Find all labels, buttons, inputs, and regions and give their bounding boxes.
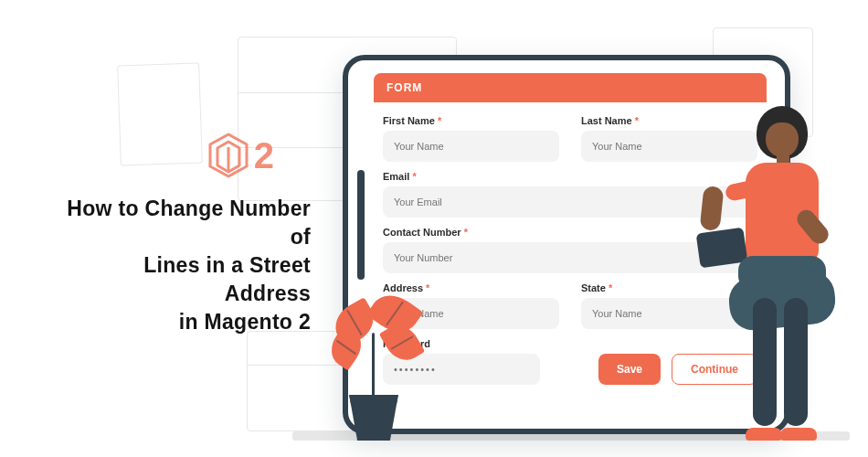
form-header: FORM xyxy=(374,73,767,102)
title-line-2: Lines in a Street Address xyxy=(143,253,311,305)
first-name-label: First Name * xyxy=(383,115,559,126)
required-mark: * xyxy=(438,115,441,126)
required-mark: * xyxy=(412,171,416,182)
pot-icon xyxy=(344,395,403,441)
required-mark: * xyxy=(464,227,468,238)
magento-version-number: 2 xyxy=(254,135,274,176)
person-illustration xyxy=(704,102,850,441)
headline-block: 2 How to Change Number of Lines in a Str… xyxy=(55,133,311,336)
save-button[interactable]: Save xyxy=(598,354,661,385)
required-mark: * xyxy=(609,282,612,293)
first-name-input[interactable] xyxy=(383,131,559,162)
magento2-logo: 2 xyxy=(208,133,274,178)
tablet-home-bar xyxy=(357,170,365,280)
title-line-1: How to Change Number of xyxy=(67,197,311,249)
magento-icon xyxy=(208,133,249,178)
page-title: How to Change Number of Lines in a Stree… xyxy=(55,195,311,336)
email-label: Email * xyxy=(383,171,757,182)
title-line-3: in Magento 2 xyxy=(179,310,311,334)
required-mark: * xyxy=(635,115,639,126)
plant-illustration xyxy=(315,285,434,441)
